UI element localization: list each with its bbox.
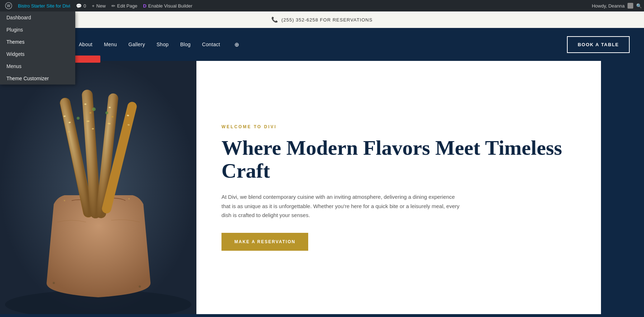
appearance-dropdown: Dashboard Plugins Themes Widgets Menus T… — [0, 11, 75, 85]
wordpress-logo: W — [5, 2, 12, 9]
svg-point-28 — [139, 285, 141, 288]
svg-point-24 — [105, 111, 108, 114]
hero-content: WELCOME TO DIVI Where Modern Flavors Mee… — [196, 61, 601, 314]
phone-number: (255) 352-6258 FOR RESERVATIONS — [281, 17, 372, 23]
comment-count: 0 — [84, 3, 86, 9]
user-avatar[interactable] — [628, 3, 633, 9]
dropdown-item-theme-customizer[interactable]: Theme Customizer — [0, 72, 75, 85]
new-label: New — [96, 3, 106, 9]
svg-text:W: W — [7, 4, 10, 8]
edit-icon: ✏ — [111, 3, 115, 9]
plus-icon: + — [92, 3, 95, 9]
hero-title: Where Modern Flavors Meet Timeless Craft — [221, 136, 576, 182]
book-table-button[interactable]: BOOK A TABLE — [567, 36, 630, 53]
divi-d-icon: D — [143, 3, 146, 9]
site-name-item[interactable]: Bistro Starter Site for Divi — [15, 0, 73, 11]
nav-link-about[interactable]: About — [79, 42, 92, 47]
svg-point-22 — [77, 117, 80, 120]
hero-description: At Divi, we blend contemporary cuisine w… — [221, 192, 465, 220]
nav-link-gallery[interactable]: Gallery — [128, 42, 145, 47]
site-name-label: Bistro Starter Site for Divi — [18, 3, 70, 9]
hero-section: WELCOME TO DIVI Where Modern Flavors Mee… — [0, 61, 644, 314]
welcome-text: WELCOME TO DIVI — [221, 124, 576, 129]
wp-logo-svg: W — [5, 2, 12, 9]
dropdown-item-dashboard[interactable]: Dashboard — [0, 11, 75, 24]
make-reservation-button[interactable]: MAKE A RESERVATION — [221, 233, 308, 251]
svg-point-23 — [92, 107, 96, 111]
nav-link-contact[interactable]: Contact — [202, 42, 220, 47]
svg-point-27 — [53, 282, 55, 284]
edit-page-label: Edit Page — [117, 3, 137, 9]
nav-link-menu[interactable]: Menu — [104, 42, 117, 47]
comment-icon: 💬 — [76, 3, 82, 9]
new-item[interactable]: + New — [89, 0, 109, 11]
enable-visual-builder-item[interactable]: D Enable Visual Builder — [140, 0, 195, 11]
enable-visual-builder-label: Enable Visual Builder — [148, 3, 192, 9]
edit-page-item[interactable]: ✏ Edit Page — [109, 0, 140, 11]
nav-links: Landing About Menu Gallery Shop Blog Con… — [49, 41, 567, 48]
comments-item[interactable]: 💬 0 — [73, 0, 89, 11]
howdy-label: Howdy, Deanna — [592, 3, 625, 9]
admin-search-icon[interactable]: 🔍 — [636, 3, 642, 9]
phone-icon: 📞 — [271, 16, 278, 23]
food-image — [0, 61, 196, 314]
admin-bar: W Bistro Starter Site for Divi 💬 0 + New… — [0, 0, 644, 11]
svg-point-26 — [128, 198, 130, 200]
nav-link-blog[interactable]: Blog — [180, 42, 191, 47]
svg-point-25 — [64, 200, 65, 201]
wp-logo-item[interactable]: W — [2, 0, 15, 11]
dropdown-item-menus[interactable]: Menus — [0, 60, 75, 72]
dropdown-item-themes[interactable]: Themes — [0, 36, 75, 48]
right-panel — [601, 61, 644, 314]
nav-search-icon[interactable]: ⊕ — [234, 41, 239, 48]
food-image-svg — [0, 61, 196, 314]
dropdown-item-widgets[interactable]: Widgets — [0, 48, 75, 60]
dropdown-item-plugins[interactable]: Plugins — [0, 24, 75, 36]
admin-bar-right: Howdy, Deanna 🔍 — [592, 3, 642, 9]
phone-bar: 📞 (255) 352-6258 FOR RESERVATIONS — [0, 11, 644, 28]
nav-link-shop[interactable]: Shop — [157, 42, 169, 47]
